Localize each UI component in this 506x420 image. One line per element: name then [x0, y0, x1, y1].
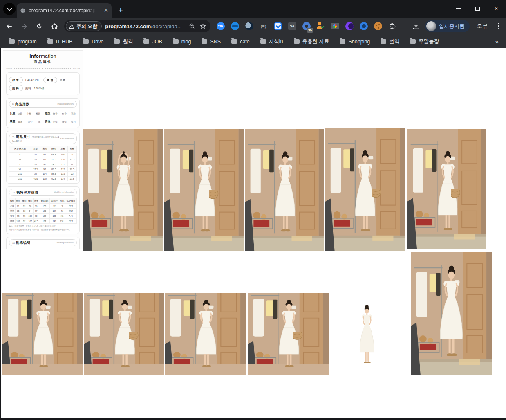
bookmarks-overflow-button[interactable]: »: [490, 38, 503, 45]
bookmark-item[interactable]: cafe: [226, 37, 255, 46]
home-button[interactable]: [48, 20, 61, 33]
tab-close-button[interactable]: ✕: [104, 8, 108, 13]
browser-window: program1472.com/doc/rapidap ✕ + × 주의 요함: [0, 0, 506, 420]
product-photo-1: [83, 129, 163, 251]
browser-toolbar: 주의 요함 program1472.com/doc/rapida... zm (…: [0, 18, 506, 35]
error-button[interactable]: 오류: [475, 21, 490, 31]
menu-kebab-icon[interactable]: [495, 23, 502, 30]
model-title-en: Model try on information: [54, 191, 74, 193]
moon-extension-icon[interactable]: [245, 22, 253, 31]
product-photo-5: [407, 129, 486, 249]
folder-icon: [47, 39, 53, 44]
profile-button[interactable]: 일시중지됨: [425, 20, 470, 32]
model-header-cell: 胸围: [15, 198, 21, 203]
selenium-extension-icon[interactable]: Se: [288, 22, 296, 31]
folder-icon: [173, 39, 179, 44]
zoom-level-icon[interactable]: [189, 23, 195, 29]
puzzle-icon: [389, 22, 396, 30]
size-header-cell: 腰围: [49, 146, 58, 153]
address-bar[interactable]: 주의 요함 program1472.com/doc/rapida...: [64, 20, 210, 32]
card-divider: SIMPLE + STYLISH: [6, 67, 80, 70]
mask-extension-icon[interactable]: [231, 22, 239, 31]
bookmark-item[interactable]: blog: [168, 37, 197, 46]
folder-icon: [9, 39, 15, 44]
bookmark-label: 원격: [123, 38, 133, 45]
product-photo-tall: [411, 252, 492, 375]
bookmark-label: Drive: [92, 39, 103, 45]
bookmark-item[interactable]: SNS: [196, 37, 226, 46]
active-tab[interactable]: program1472.com/doc/rapidap ✕: [17, 3, 112, 18]
bookmark-item[interactable]: IT HUB: [42, 37, 78, 46]
fabric-pill: 面料: [9, 85, 23, 91]
home-icon: [51, 22, 58, 30]
washing-title-en: Washing instructions: [57, 242, 74, 244]
bookmark-list: program IT HUB Drive 원격: [4, 36, 444, 47]
new-tab-button[interactable]: +: [115, 4, 126, 16]
darkmoon-extension-icon[interactable]: [345, 22, 354, 31]
bookmark-item[interactable]: 번역: [375, 36, 405, 47]
bookmark-item[interactable]: JOB: [138, 37, 167, 46]
forward-icon: [20, 22, 28, 30]
model-header-cell: 尺码: [59, 198, 65, 203]
person-check-extension-icon[interactable]: [316, 22, 325, 31]
download-icon[interactable]: [412, 22, 420, 30]
folder-icon: [260, 39, 266, 44]
product-photo-2: [164, 129, 244, 251]
color-value: 杏色: [60, 78, 65, 82]
bookmark-item[interactable]: 지식in: [255, 36, 289, 47]
maximize-button[interactable]: [468, 0, 487, 17]
zoom-extension-icon[interactable]: zm: [216, 22, 225, 31]
cookie-extension-icon[interactable]: [374, 22, 382, 31]
bookmark-star-icon[interactable]: [199, 23, 206, 30]
bookmark-item[interactable]: 주말농장: [405, 36, 444, 47]
index-title: 商品指数: [15, 102, 30, 106]
model-table-row: 小薇8163883615892S合身: [9, 203, 77, 208]
bookmark-item[interactable]: 원격: [109, 36, 138, 47]
bookmark-label: 지식in: [269, 38, 283, 45]
size-table-row: 3XL40.511092.511423.5: [9, 176, 77, 181]
product-photo-4: [325, 128, 405, 251]
model-header-cell: 模特: [9, 198, 16, 203]
back-button[interactable]: [2, 20, 16, 33]
product-photo-7: [84, 293, 164, 375]
extensions-puzzle-icon[interactable]: [388, 22, 396, 31]
security-chip-label: 주의 요함: [76, 23, 97, 30]
reload-icon: [36, 22, 43, 30]
folder-icon: [143, 39, 149, 44]
todo-extension-icon[interactable]: [273, 22, 282, 31]
size-table-row: L369274.511122: [9, 162, 77, 167]
bookmark-item[interactable]: program: [4, 37, 42, 46]
index-fit: 版型 修身合身宽松: [45, 111, 76, 116]
bookmarks-bar: program IT HUB Drive 원격: [0, 35, 506, 48]
reload-button[interactable]: [33, 20, 46, 33]
bookmark-item[interactable]: 유용한 자료: [289, 36, 335, 47]
tab-search-button[interactable]: [3, 3, 16, 15]
security-chip[interactable]: 주의 요함: [66, 21, 102, 31]
close-button[interactable]: ×: [487, 0, 506, 17]
size-header-cell: 袖长: [67, 146, 76, 153]
gear-extension-icon[interactable]: 35: [302, 22, 311, 31]
folder-icon: [381, 39, 386, 44]
model-note-1: 备注：因手工测量，尺码尺寸有1-2cm误差属于正常情况。: [9, 225, 77, 228]
bookmark-label: program: [18, 39, 37, 45]
bookmark-item[interactable]: Shopping: [334, 37, 375, 46]
avatar: [426, 21, 436, 31]
model-header-cell: 身高/cm: [39, 198, 49, 203]
card-title-en: Information: [6, 54, 80, 58]
swirl-extension-icon[interactable]: [359, 22, 368, 31]
forward-button[interactable]: [18, 20, 31, 33]
product-photo-8: [165, 293, 246, 375]
model-table-row: 兰兰85689437165107M合身: [9, 209, 77, 213]
globe-icon: [20, 8, 26, 13]
bookmark-item[interactable]: Drive: [78, 37, 109, 46]
index-length: 长度 短款中长长款: [10, 111, 41, 116]
bookmark-label: JOB: [152, 39, 162, 45]
index-thickness: 厚度 偏薄适中厚: [10, 119, 41, 124]
photos-extension-icon[interactable]: [331, 22, 339, 31]
size-title: 商品尺寸: [16, 135, 31, 139]
minimize-button[interactable]: [449, 0, 468, 17]
code-pill: 款号: [9, 77, 23, 83]
web-page: Information 商品属性 SIMPLE + STYLISH 款号 C4L…: [1, 48, 506, 418]
size-table-header: 连衣裙尺码肩宽胸围腰围衣长袖长: [9, 146, 77, 153]
braces-extension-icon[interactable]: (≡): [259, 22, 268, 31]
